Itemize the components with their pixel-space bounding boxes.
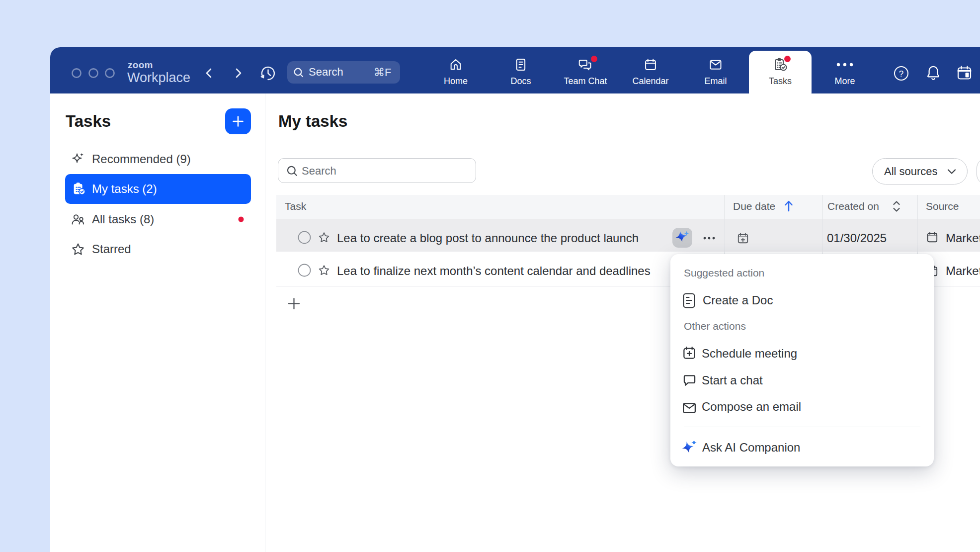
svg-text:?: ?	[899, 69, 903, 79]
